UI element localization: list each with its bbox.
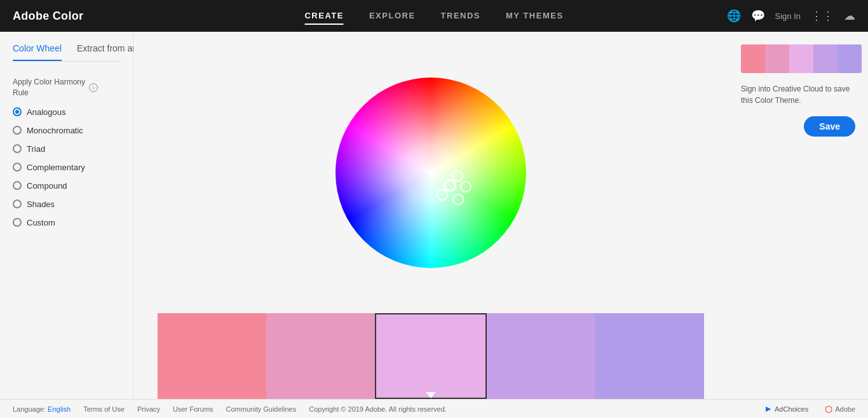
- tab-color-wheel[interactable]: Color Wheel: [13, 43, 62, 61]
- color-wheel-container[interactable]: [336, 78, 526, 268]
- mini-swatch-4: [813, 44, 837, 73]
- community-guidelines-link[interactable]: Community Guidelines: [226, 405, 297, 413]
- top-nav: Adobe Color CREATE EXPLORE TRENDS MY THE…: [0, 0, 868, 32]
- language-label: Language: English: [13, 405, 71, 413]
- creative-cloud-icon[interactable]: ☁: [844, 9, 855, 23]
- harmony-rule-label: Apply Color Harmony Rule i: [13, 77, 120, 98]
- content-area: Color Wheel Extract from an Image Apply …: [0, 32, 868, 399]
- nav-center: CREATE EXPLORE TRENDS MY THEMES: [304, 8, 563, 25]
- mini-swatches-preview: [741, 44, 862, 73]
- radio-custom[interactable]: [13, 218, 22, 227]
- tabs-row: Color Wheel Extract from an Image: [13, 43, 120, 62]
- mini-swatch-5: [837, 44, 862, 73]
- adobe-branding: ⬡ Adobe: [825, 404, 855, 414]
- wheel-white-overlay: [336, 78, 526, 268]
- swatch-2[interactable]: [266, 313, 375, 399]
- mini-swatch-1: [741, 44, 765, 73]
- main-content: [133, 32, 728, 399]
- option-compound[interactable]: Compound: [13, 181, 120, 191]
- radio-monochromatic[interactable]: [13, 126, 22, 135]
- chat-icon[interactable]: 💬: [751, 9, 765, 23]
- radio-complementary[interactable]: [13, 163, 22, 172]
- option-shades[interactable]: Shades: [13, 199, 120, 209]
- footer-left: Language: English Terms of Use Privacy U…: [13, 405, 447, 413]
- option-custom[interactable]: Custom: [13, 218, 120, 227]
- logo: Adobe Color: [13, 10, 83, 23]
- option-monochromatic[interactable]: Monochromatic: [13, 126, 120, 135]
- swatch-1[interactable]: [158, 313, 266, 399]
- user-forums-link[interactable]: User Forums: [173, 405, 214, 413]
- grid-icon[interactable]: ⋮⋮: [811, 9, 834, 23]
- nav-trends[interactable]: TRENDS: [441, 8, 480, 25]
- radio-analogous[interactable]: [13, 107, 22, 116]
- adobe-logo-icon: ⬡: [825, 404, 832, 414]
- save-button[interactable]: Save: [804, 116, 855, 137]
- adobe-text: Adobe: [835, 405, 855, 413]
- label-shades: Shades: [27, 199, 55, 209]
- swatch-5[interactable]: [595, 313, 704, 399]
- handle-4[interactable]: [437, 189, 448, 201]
- mini-swatch-2: [765, 44, 789, 73]
- harmony-options: Analogous Monochromatic Triad Complement…: [13, 107, 120, 227]
- label-triad: Triad: [27, 144, 45, 154]
- label-custom: Custom: [27, 218, 55, 227]
- privacy-link[interactable]: Privacy: [137, 405, 160, 413]
- info-icon[interactable]: i: [89, 83, 98, 92]
- adchoices-icon: ▶: [766, 405, 771, 413]
- copyright-text: Copyright © 2019 Adobe. All rights reser…: [309, 405, 447, 413]
- option-triad[interactable]: Triad: [13, 144, 120, 154]
- globe-icon[interactable]: 🌐: [727, 9, 741, 23]
- swatch-4[interactable]: [487, 313, 595, 399]
- right-panel: Sign into Creative Cloud to save this Co…: [728, 32, 868, 399]
- terms-link[interactable]: Terms of Use: [83, 405, 125, 413]
- adchoices-text[interactable]: AdChoices: [775, 405, 808, 413]
- swatch-3-selected[interactable]: [375, 313, 486, 399]
- radio-triad[interactable]: [13, 144, 22, 153]
- wheel-area: [133, 32, 728, 313]
- page-wrapper: Adobe Color CREATE EXPLORE TRENDS MY THE…: [0, 0, 868, 418]
- language-link[interactable]: English: [48, 405, 71, 413]
- signin-text: Sign into Creative Cloud to save this Co…: [741, 83, 855, 106]
- label-compound: Compound: [27, 181, 67, 191]
- footer: Language: English Terms of Use Privacy U…: [0, 399, 868, 418]
- option-complementary[interactable]: Complementary: [13, 163, 120, 172]
- radio-compound[interactable]: [13, 181, 22, 190]
- nav-my-themes[interactable]: MY THEMES: [506, 8, 564, 25]
- nav-right: 🌐 💬 Sign In ⋮⋮ ☁: [727, 9, 855, 23]
- label-analogous: Analogous: [27, 107, 65, 117]
- nav-explore[interactable]: EXPLORE: [369, 8, 416, 25]
- mini-swatch-3: [789, 44, 813, 73]
- swatches-row: [158, 313, 704, 399]
- label-complementary: Complementary: [27, 163, 85, 172]
- label-monochromatic: Monochromatic: [27, 126, 83, 135]
- harmony-rule-text: Apply Color Harmony Rule: [13, 77, 85, 98]
- radio-shades[interactable]: [13, 199, 22, 208]
- handle-5[interactable]: [452, 194, 464, 205]
- footer-right: ▶ AdChoices ⬡ Adobe: [766, 404, 855, 414]
- sign-in-link[interactable]: Sign In: [775, 11, 801, 21]
- swatch-arrow: [426, 392, 436, 398]
- nav-create[interactable]: CREATE: [304, 8, 343, 25]
- handle-2[interactable]: [460, 181, 471, 192]
- option-analogous[interactable]: Analogous: [13, 107, 120, 117]
- left-sidebar: Color Wheel Extract from an Image Apply …: [0, 32, 133, 399]
